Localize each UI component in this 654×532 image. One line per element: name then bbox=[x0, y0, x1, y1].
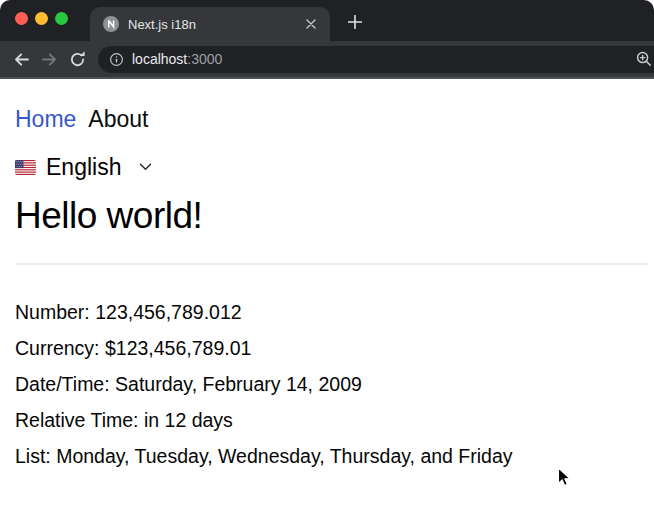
reload-button[interactable] bbox=[63, 45, 91, 73]
forward-arrow-icon bbox=[41, 51, 58, 68]
new-tab-button[interactable] bbox=[340, 7, 370, 37]
back-button[interactable] bbox=[7, 45, 35, 73]
page-title: Hello world! bbox=[15, 194, 639, 238]
url-port: :3000 bbox=[187, 51, 222, 67]
window-maximize-button[interactable] bbox=[55, 12, 68, 25]
language-label: English bbox=[46, 154, 121, 180]
zoom-in-icon[interactable] bbox=[636, 51, 652, 67]
window-close-button[interactable] bbox=[15, 12, 28, 25]
number-line: Number: 123,456,789.012 bbox=[15, 299, 639, 325]
chevron-down-icon bbox=[139, 163, 152, 171]
us-flag-icon bbox=[15, 160, 36, 175]
nav-link-about[interactable]: About bbox=[88, 106, 148, 132]
page-content: Home About bbox=[0, 79, 654, 532]
currency-line: Currency: $123,456,789.01 bbox=[15, 335, 639, 361]
back-arrow-icon bbox=[13, 51, 30, 68]
window-minimize-button[interactable] bbox=[35, 12, 48, 25]
nav-link-home[interactable]: Home bbox=[15, 106, 76, 132]
browser-window: Next.js i18n bbox=[0, 0, 654, 532]
tab-strip: Next.js i18n bbox=[0, 0, 654, 41]
plus-icon bbox=[348, 15, 362, 29]
url-host: localhost bbox=[132, 51, 187, 67]
divider bbox=[15, 263, 648, 265]
site-info-icon[interactable] bbox=[109, 52, 124, 67]
relative-time-line: Relative Time: in 12 days bbox=[15, 407, 639, 433]
formatted-values: Number: 123,456,789.012 Currency: $123,4… bbox=[15, 299, 639, 469]
tab-title: Next.js i18n bbox=[128, 17, 302, 32]
address-bar[interactable]: localhost:3000 bbox=[98, 46, 654, 73]
site-nav: Home About bbox=[15, 79, 639, 132]
datetime-line: Date/Time: Saturday, February 14, 2009 bbox=[15, 371, 639, 397]
browser-tab[interactable]: Next.js i18n bbox=[90, 7, 330, 41]
window-controls bbox=[15, 12, 68, 25]
forward-button[interactable] bbox=[35, 45, 63, 73]
reload-icon bbox=[69, 51, 86, 68]
url-text: localhost:3000 bbox=[132, 51, 222, 67]
language-selector[interactable]: English bbox=[15, 154, 152, 180]
nextjs-favicon-icon bbox=[103, 16, 119, 32]
browser-toolbar: localhost:3000 bbox=[0, 41, 654, 79]
list-line: List: Monday, Tuesday, Wednesday, Thursd… bbox=[15, 443, 639, 469]
tab-close-icon[interactable] bbox=[302, 15, 320, 33]
